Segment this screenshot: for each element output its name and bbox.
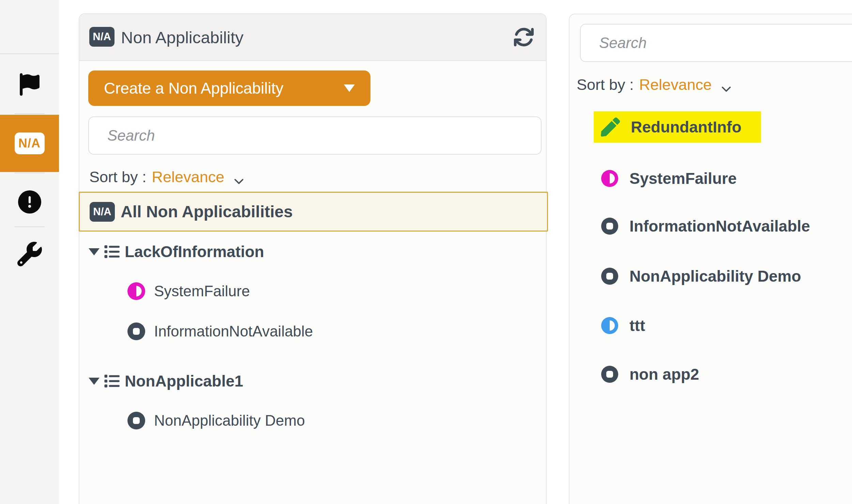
sidebar-item-alerts[interactable] xyxy=(0,190,59,215)
tree-group-nonapplicable1[interactable]: NonApplicable1 xyxy=(89,367,243,395)
panel-header: N/A Non Applicability xyxy=(79,14,546,61)
sidebar-item-non-applicability[interactable]: N/A xyxy=(0,115,59,172)
list-item-ttt[interactable]: ttt xyxy=(601,309,645,343)
sidebar-divider xyxy=(15,226,45,227)
tree-group-label: LackOfInformation xyxy=(125,242,264,261)
sort-by-control[interactable]: Sort by : Relevance xyxy=(89,164,246,190)
list-item-redundantinfo[interactable]: RedundantInfo xyxy=(594,111,761,143)
refresh-icon xyxy=(513,44,534,49)
list-item-informationnotavailable[interactable]: InformationNotAvailable xyxy=(601,209,810,243)
stop-circle-icon xyxy=(601,366,618,383)
stop-circle-icon xyxy=(601,268,618,285)
sidebar-item-flags[interactable] xyxy=(0,71,59,99)
tree-group-lackofinformation[interactable]: LackOfInformation xyxy=(89,238,264,265)
list-item-label: RedundantInfo xyxy=(631,118,742,136)
tree-item-systemfailure[interactable]: SystemFailure xyxy=(127,278,250,305)
pen-icon xyxy=(601,117,620,137)
list-item-label: InformationNotAvailable xyxy=(629,217,810,235)
half-circle-magenta-icon xyxy=(127,282,145,300)
refresh-button[interactable] xyxy=(513,27,534,48)
chevron-down-icon xyxy=(232,172,246,182)
list-item-label: non app2 xyxy=(629,365,699,383)
sort-label: Sort by : xyxy=(89,168,147,186)
exclamation-circle-icon xyxy=(18,190,41,215)
caret-down-icon xyxy=(89,248,100,255)
sidebar: N/A xyxy=(0,0,59,504)
wrench-icon xyxy=(17,242,42,268)
list-item-label: SystemFailure xyxy=(629,169,736,188)
list-item-systemfailure[interactable]: SystemFailure xyxy=(601,161,736,195)
flag-icon xyxy=(18,73,41,97)
stop-circle-icon xyxy=(601,218,618,235)
sort-by-control[interactable]: Sort by : Relevance xyxy=(577,72,733,98)
tree-item-nonapplicability-demo[interactable]: NonApplicability Demo xyxy=(127,407,305,434)
chevron-down-icon xyxy=(719,80,733,90)
caret-down-icon xyxy=(89,378,100,385)
create-non-applicability-button[interactable]: Create a Non Applicability xyxy=(88,70,370,106)
page-title: Non Applicability xyxy=(121,14,244,61)
list-icon xyxy=(103,244,120,259)
search-input[interactable] xyxy=(88,116,542,155)
all-non-applicabilities-item[interactable]: N/A All Non Applicabilities xyxy=(79,192,548,232)
all-item-label: All Non Applicabilities xyxy=(121,202,293,221)
sort-value: Relevance xyxy=(639,76,712,94)
na-badge-icon: N/A xyxy=(90,202,115,222)
sort-label: Sort by : xyxy=(577,76,634,94)
list-item-label: ttt xyxy=(629,316,645,335)
list-item-label: NonApplicability Demo xyxy=(629,267,801,285)
list-item-non-app2[interactable]: non app2 xyxy=(601,357,699,391)
search-input[interactable] xyxy=(580,24,852,62)
tree-item-label: InformationNotAvailable xyxy=(154,323,313,340)
na-badge-icon: N/A xyxy=(15,132,45,154)
tree-item-label: SystemFailure xyxy=(154,283,250,300)
caret-down-icon xyxy=(344,84,355,92)
half-circle-magenta-icon xyxy=(601,170,618,187)
sort-value: Relevance xyxy=(152,168,225,186)
sidebar-item-tools[interactable] xyxy=(0,241,59,268)
stop-circle-icon xyxy=(127,412,145,429)
non-applicability-panel: N/A Non Applicability Create a Non Appli… xyxy=(79,13,547,504)
tree-item-label: NonApplicability Demo xyxy=(154,412,305,429)
list-icon xyxy=(103,373,120,389)
results-panel: Sort by : Relevance RedundantInfo System… xyxy=(569,14,852,504)
tree-group-label: NonApplicable1 xyxy=(125,372,243,390)
sidebar-divider xyxy=(15,113,45,114)
na-badge-icon: N/A xyxy=(89,27,115,47)
create-button-label: Create a Non Applicability xyxy=(104,79,284,97)
half-circle-blue-icon xyxy=(601,317,618,334)
sidebar-top-divider xyxy=(0,53,59,54)
sidebar-divider xyxy=(15,173,45,173)
list-item-nonapplicability-demo[interactable]: NonApplicability Demo xyxy=(601,259,801,293)
stop-circle-icon xyxy=(127,322,145,340)
tree-item-informationnotavailable[interactable]: InformationNotAvailable xyxy=(127,318,313,345)
